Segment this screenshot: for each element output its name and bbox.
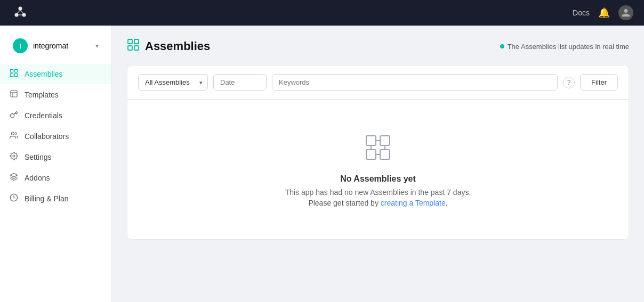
svg-rect-21	[366, 136, 376, 145]
svg-rect-24	[380, 150, 390, 159]
svg-rect-22	[380, 136, 390, 145]
docs-link[interactable]: Docs	[573, 9, 590, 17]
notifications-icon[interactable]: 🔔	[598, 7, 610, 19]
page-title: Assemblies	[145, 39, 210, 53]
org-chevron-icon: ▾	[95, 42, 99, 50]
org-name: integromat	[33, 42, 95, 50]
sidebar-nav: Assemblies Templates C	[0, 64, 111, 209]
templates-icon	[9, 89, 19, 100]
svg-rect-23	[366, 150, 376, 159]
realtime-dot	[500, 44, 504, 48]
sidebar-item-credentials[interactable]: Credentials	[0, 105, 111, 126]
sidebar-item-addons[interactable]: Addons	[0, 168, 111, 188]
realtime-indicator: The Assemblies list updates in real time	[500, 43, 629, 51]
empty-cta: Please get started by creating a Templat…	[308, 199, 447, 207]
sidebar-item-templates[interactable]: Templates	[0, 85, 111, 105]
svg-rect-17	[128, 39, 132, 44]
billing-icon	[9, 193, 19, 204]
svg-rect-10	[14, 74, 17, 76]
svg-rect-11	[11, 91, 17, 97]
addons-icon	[9, 173, 19, 183]
sidebar-item-assemblies-label: Assemblies	[25, 70, 63, 78]
topnav-right: Docs 🔔	[573, 5, 633, 20]
keywords-filter-input[interactable]	[272, 74, 558, 91]
filter-help-icon[interactable]: ?	[563, 77, 575, 88]
page-header: Assemblies The Assemblies list updates i…	[127, 38, 629, 54]
sidebar-item-settings-label: Settings	[25, 153, 52, 161]
creating-template-link[interactable]: creating a Template	[381, 199, 446, 207]
sidebar-item-credentials-label: Credentials	[25, 111, 62, 120]
date-filter-input[interactable]	[213, 74, 267, 91]
empty-title: No Assemblies yet	[340, 174, 416, 184]
svg-rect-7	[10, 69, 13, 72]
sidebar-item-addons-label: Addons	[25, 174, 50, 182]
settings-icon	[9, 152, 19, 162]
org-avatar: I	[13, 38, 28, 53]
sidebar-item-settings[interactable]: Settings	[0, 147, 111, 167]
svg-rect-9	[10, 74, 13, 76]
main-content: Assemblies The Assemblies list updates i…	[112, 26, 644, 302]
sidebar-item-templates-label: Templates	[25, 91, 59, 99]
sidebar-item-collaborators-label: Collaborators	[25, 132, 69, 141]
svg-rect-19	[128, 46, 132, 50]
empty-cta-prefix: Please get started by	[308, 199, 380, 207]
assemblies-page-icon	[127, 38, 140, 54]
page-title-row: Assemblies	[127, 38, 210, 54]
assembly-filter-select[interactable]: All Assemblies	[138, 74, 208, 91]
realtime-text: The Assemblies list updates in real time	[508, 43, 629, 51]
svg-rect-18	[134, 39, 139, 44]
assemblies-card: All Assemblies ▾ ? Filter	[127, 65, 629, 240]
empty-state-icon	[362, 132, 394, 166]
empty-description: This app has had no new Assemblies in th…	[285, 188, 471, 197]
user-avatar[interactable]	[618, 5, 633, 20]
sidebar-item-collaborators[interactable]: Collaborators	[0, 126, 111, 146]
svg-point-1	[19, 7, 22, 11]
svg-point-14	[11, 132, 14, 135]
sidebar-item-assemblies[interactable]: Assemblies	[0, 64, 111, 84]
svg-point-0	[11, 3, 30, 22]
sidebar: I integromat ▾ Assemblies	[0, 26, 112, 302]
collaborators-icon	[9, 131, 19, 142]
logo[interactable]	[11, 3, 30, 22]
topnav: Docs 🔔	[0, 0, 644, 26]
credentials-icon	[9, 110, 19, 121]
svg-point-15	[13, 155, 15, 157]
empty-cta-suffix: .	[446, 199, 448, 207]
sidebar-item-billing[interactable]: Billing & Plan	[0, 189, 111, 209]
empty-state: No Assemblies yet This app has had no ne…	[127, 100, 629, 239]
filter-button[interactable]: Filter	[580, 74, 618, 91]
assemblies-icon	[9, 69, 19, 79]
sidebar-item-billing-label: Billing & Plan	[25, 194, 69, 203]
org-selector[interactable]: I integromat ▾	[4, 34, 107, 58]
assembly-filter-wrap: All Assemblies ▾	[138, 74, 208, 91]
filter-bar: All Assemblies ▾ ? Filter	[127, 66, 629, 100]
svg-rect-20	[134, 46, 139, 50]
svg-rect-8	[14, 69, 17, 72]
layout: I integromat ▾ Assemblies	[0, 26, 644, 302]
